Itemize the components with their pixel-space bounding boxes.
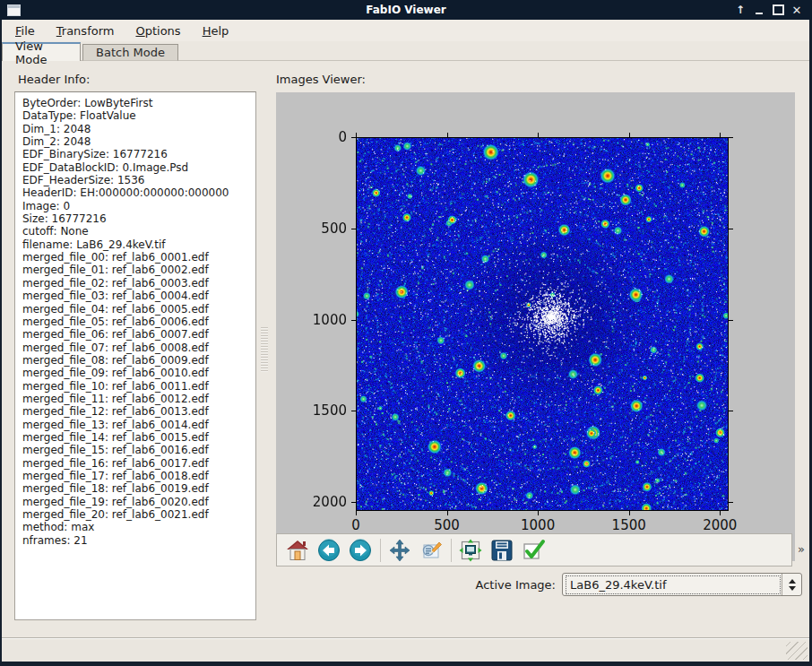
tick-mark (720, 511, 721, 515)
tick-mark (729, 320, 733, 321)
header-line: merged_file_07: ref_lab6_0008.edf (22, 342, 255, 354)
header-line: merged_file_02: ref_lab6_0003.edf (22, 277, 255, 290)
main-content: Header Info: ByteOrder: LowByteFirstData… (2, 61, 809, 637)
active-image-label: Active Image: (476, 578, 556, 592)
diffraction-image[interactable] (357, 138, 728, 510)
apply-check-icon[interactable] (520, 537, 547, 564)
header-line: merged_file_19: ref_lab6_0020.edf (22, 496, 255, 508)
active-image-combobox[interactable]: LaB6_29.4keV.tif (562, 573, 802, 596)
fit-window-icon[interactable] (457, 537, 484, 564)
header-line: merged_file_01: ref_lab6_0002.edf (22, 264, 255, 276)
plot-axes[interactable] (356, 137, 729, 511)
plot-toolbar (276, 533, 792, 567)
spin-up-icon[interactable] (789, 579, 796, 584)
menu-file[interactable]: File (7, 22, 43, 40)
header-line: merged_file_00: ref_lab6_0001.edf (22, 251, 255, 264)
images-viewer-title: Images Viewer: (276, 73, 366, 86)
tick-label: 1000 (293, 312, 347, 328)
active-image-row: Active Image: LaB6_29.4keV.tif (271, 572, 802, 597)
header-line: method: max (22, 521, 255, 533)
tick-mark (447, 133, 448, 137)
toolbar-separator (451, 539, 452, 562)
header-line: merged_file_06: ref_lab6_0007.edf (22, 328, 255, 341)
tick-label: 500 (293, 221, 347, 237)
header-line: Dim_1: 2048 (22, 123, 255, 135)
header-line: EDF_BinarySize: 16777216 (22, 148, 255, 160)
header-line: Size: 16777216 (22, 212, 255, 225)
tab-batch-mode[interactable]: Batch Mode (82, 44, 178, 61)
panel-splitter[interactable] (258, 61, 271, 637)
close-icon[interactable]: ✕ (790, 4, 803, 16)
tick-mark (351, 137, 356, 138)
header-line: merged_file_17: ref_lab6_0018.edf (22, 470, 255, 482)
resize-grip-icon[interactable] (786, 642, 808, 660)
back-icon[interactable] (315, 537, 342, 564)
tick-mark (729, 229, 733, 229)
tick-mark (538, 133, 539, 137)
tick-mark (538, 511, 539, 515)
tab-view-mode[interactable]: View Mode (2, 42, 81, 61)
header-line: filename: LaB6_29.4keV.tif (22, 238, 255, 251)
header-line: merged_file_16: ref_lab6_0017.edf (22, 457, 255, 470)
tick-mark (356, 511, 357, 515)
tick-label: 0 (329, 517, 383, 533)
home-icon[interactable] (284, 537, 311, 564)
header-info-title: Header Info: (18, 73, 90, 86)
header-line: HeaderID: EH:000000:000000:000000 (22, 186, 255, 199)
menu-transform[interactable]: Transform (48, 22, 123, 40)
tick-label: 1500 (293, 402, 347, 419)
window-title: FabIO Viewer (0, 4, 812, 16)
spin-down-icon[interactable] (789, 586, 796, 591)
toolbar-overflow-icon[interactable]: » (798, 542, 805, 556)
header-line: DataType: FloatValue (22, 109, 255, 122)
tick-mark (351, 411, 356, 411)
images-viewer-panel: Images Viewer: 0500100015002000050010001… (271, 61, 809, 637)
figure-canvas[interactable]: 05001000150020000500100015002000 (276, 92, 795, 561)
header-info-box[interactable]: ByteOrder: LowByteFirstDataType: FloatVa… (14, 91, 256, 620)
tick-label: 0 (293, 129, 347, 145)
maximize-icon[interactable] (772, 4, 784, 16)
header-line: merged_file_14: ref_lab6_0015.edf (22, 431, 255, 444)
header-line: merged_file_05: ref_lab6_0006.edf (22, 316, 255, 328)
forward-icon[interactable] (347, 537, 374, 564)
tick-label: 500 (420, 517, 474, 533)
title-bar: FabIO Viewer ↑ ✕ (0, 0, 812, 20)
header-line: cutoff: None (22, 225, 255, 238)
menu-bar: File Transform Options Help (2, 20, 809, 41)
header-line: EDF_DataBlockID: 0.Image.Psd (22, 161, 255, 174)
combobox-spinner[interactable] (782, 574, 801, 595)
header-line: merged_file_20: ref_lab6_0021.edf (22, 508, 255, 521)
raise-icon[interactable]: ↑ (734, 4, 747, 16)
tick-mark (351, 320, 356, 321)
tick-mark (447, 511, 448, 515)
tick-label: 2000 (293, 494, 347, 510)
tick-mark (729, 137, 733, 138)
header-line: merged_file_15: ref_lab6_0016.edf (22, 444, 255, 456)
header-line: merged_file_11: ref_lab6_0012.edf (22, 393, 255, 405)
active-image-value: LaB6_29.4keV.tif (566, 575, 781, 594)
tick-label: 2000 (693, 517, 747, 533)
header-line: merged_file_09: ref_lab6_0010.edf (22, 367, 255, 379)
app-window: FabIO Viewer ↑ ✕ File Transform Options … (0, 0, 812, 666)
menu-options[interactable]: Options (127, 22, 188, 40)
splitter-grip-icon[interactable] (261, 327, 268, 372)
tick-label: 1000 (511, 517, 565, 533)
header-line: merged_file_13: ref_lab6_0014.edf (22, 419, 255, 431)
status-bar (2, 637, 809, 662)
zoom-edit-icon[interactable] (418, 537, 445, 564)
tick-mark (629, 511, 630, 515)
tick-label: 1500 (602, 517, 656, 533)
header-line: merged_file_18: ref_lab6_0019.edf (22, 482, 255, 495)
minimize-icon[interactable] (753, 4, 765, 16)
tick-mark (351, 502, 356, 503)
header-line: merged_file_12: ref_lab6_0013.edf (22, 405, 255, 418)
header-line: nframes: 21 (22, 534, 255, 547)
header-line: EDF_HeaderSize: 1536 (22, 174, 255, 186)
tick-mark (629, 133, 630, 137)
menu-help[interactable]: Help (194, 22, 238, 40)
tick-mark (351, 229, 356, 229)
tick-mark (729, 411, 733, 411)
save-icon[interactable] (488, 537, 515, 564)
pan-icon[interactable] (386, 537, 413, 564)
header-line: merged_file_03: ref_lab6_0004.edf (22, 290, 255, 302)
